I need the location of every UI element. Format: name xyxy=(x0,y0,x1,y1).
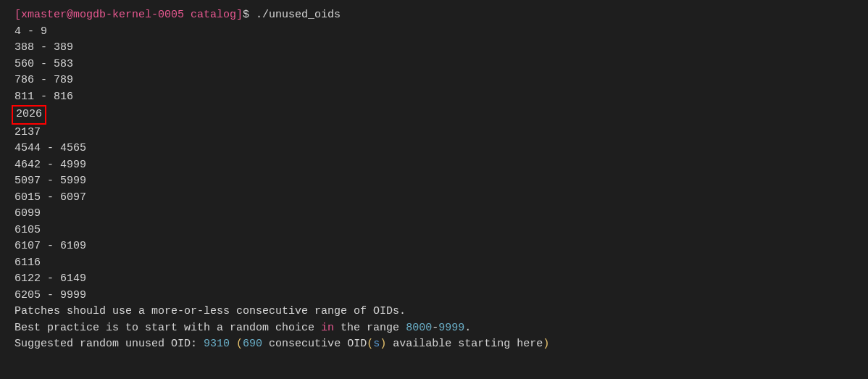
oid-range-line: 2026 xyxy=(14,105,854,125)
shell-command[interactable]: ./unused_oids xyxy=(256,9,341,21)
paren-open-1: ( xyxy=(236,338,243,350)
oid-range-line: 388 - 389 xyxy=(14,40,854,57)
shell-prompt-line: [xmaster@mogdb-kernel-0005 catalog]$ ./u… xyxy=(14,7,854,24)
range-end: 9999 xyxy=(438,322,464,334)
footer3-space xyxy=(230,338,236,350)
footer2-dot: . xyxy=(464,322,471,334)
oid-range-line: 2137 xyxy=(14,125,854,141)
command-output: 4 - 9388 - 389560 - 583786 - 789811 - 81… xyxy=(14,24,854,304)
paren-open-2: ( xyxy=(367,338,373,350)
consecutive-count: 690 xyxy=(243,338,262,350)
paren-close-2: ) xyxy=(380,338,386,350)
footer3-text-a: Suggested random unused OID: xyxy=(14,338,204,350)
oid-range-line: 6107 - 6109 xyxy=(14,238,854,255)
footer3-mid: consecutive OID xyxy=(262,338,367,350)
oid-range-line: 4 - 9 xyxy=(14,24,854,41)
footer-line-2: Best practice is to start with a random … xyxy=(14,320,854,337)
range-dash: - xyxy=(432,322,438,334)
oid-range-line: 6205 - 9999 xyxy=(14,288,854,304)
prompt-separator: $ xyxy=(243,9,256,21)
highlighted-oid: 2026 xyxy=(12,105,46,125)
oid-range-line: 6105 xyxy=(14,222,854,239)
oid-range-line: 6099 xyxy=(14,206,854,222)
footer3-end: available starting here xyxy=(386,338,543,350)
oid-range-line: 811 - 816 xyxy=(14,89,854,106)
oid-range-line: 6122 - 6149 xyxy=(14,271,854,288)
range-start: 8000 xyxy=(406,322,432,334)
suggested-oid: 9310 xyxy=(204,338,230,350)
footer2-text-b: the range xyxy=(334,322,406,334)
oid-range-line: 6015 - 6097 xyxy=(14,190,854,207)
plural-s: s xyxy=(373,338,380,350)
paren-close-1: ) xyxy=(543,338,549,350)
oid-range-line: 4544 - 4565 xyxy=(14,141,854,157)
keyword-in: in xyxy=(321,322,334,334)
oid-range-line: 560 - 583 xyxy=(14,57,854,73)
footer2-text-a: Best practice is to start with a random … xyxy=(14,322,321,334)
footer-line-3: Suggested random unused OID: 9310 (690 c… xyxy=(14,336,854,353)
oid-range-line: 786 - 789 xyxy=(14,72,854,89)
oid-range-line: 6116 xyxy=(14,255,854,272)
oid-range-line: 4642 - 4999 xyxy=(14,157,854,174)
footer-line-1: Patches should use a more-or-less consec… xyxy=(14,304,854,320)
prompt-prefix: [xmaster@mogdb-kernel-0005 catalog] xyxy=(14,9,243,21)
oid-range-line: 5097 - 5999 xyxy=(14,173,854,190)
